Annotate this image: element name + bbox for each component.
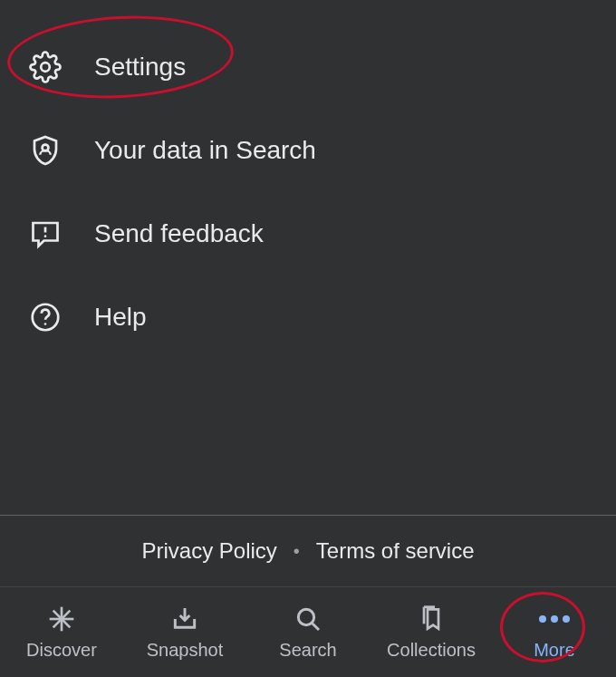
svg-line-12 bbox=[313, 624, 319, 630]
nav-search[interactable]: Search bbox=[246, 587, 370, 677]
feedback-icon bbox=[29, 218, 62, 250]
menu-item-help[interactable]: Help bbox=[0, 276, 616, 359]
discover-icon bbox=[46, 604, 77, 634]
nav-label: Snapshot bbox=[147, 640, 224, 661]
nav-label: Discover bbox=[26, 640, 97, 661]
separator-dot: • bbox=[294, 541, 300, 562]
nav-label: Collections bbox=[387, 640, 476, 661]
collections-icon bbox=[416, 604, 447, 634]
svg-point-5 bbox=[44, 323, 47, 325]
svg-point-3 bbox=[44, 235, 47, 237]
more-icon bbox=[539, 604, 570, 634]
terms-link[interactable]: Terms of service bbox=[316, 538, 475, 564]
bottom-nav: Discover Snapshot Search bbox=[0, 586, 616, 677]
menu-label: Help bbox=[94, 303, 147, 332]
menu-item-settings[interactable]: Settings bbox=[0, 25, 616, 109]
privacy-link[interactable]: Privacy Policy bbox=[141, 538, 276, 564]
nav-more[interactable]: More bbox=[493, 587, 616, 677]
svg-point-11 bbox=[298, 609, 313, 624]
menu-label: Your data in Search bbox=[94, 136, 316, 165]
gear-icon bbox=[29, 51, 62, 83]
svg-point-0 bbox=[41, 63, 50, 72]
search-icon bbox=[293, 604, 323, 634]
nav-collections[interactable]: Collections bbox=[370, 587, 493, 677]
menu-label: Settings bbox=[94, 53, 186, 82]
nav-snapshot[interactable]: Snapshot bbox=[123, 587, 246, 677]
shield-account-icon bbox=[29, 134, 62, 167]
footer-links: Privacy Policy • Terms of service bbox=[0, 516, 616, 586]
menu-item-your-data[interactable]: Your data in Search bbox=[0, 109, 616, 192]
more-menu-list: Settings Your data in Search Send feedba… bbox=[0, 0, 616, 515]
nav-discover[interactable]: Discover bbox=[0, 587, 123, 677]
snapshot-icon bbox=[169, 604, 200, 634]
menu-label: Send feedback bbox=[94, 219, 264, 248]
nav-label: More bbox=[534, 640, 575, 661]
nav-label: Search bbox=[279, 640, 336, 661]
help-icon bbox=[29, 301, 62, 334]
menu-item-feedback[interactable]: Send feedback bbox=[0, 192, 616, 276]
